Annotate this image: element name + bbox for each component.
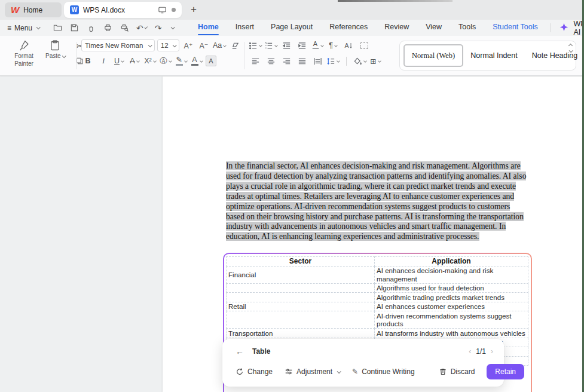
ribbon-tab-student-tools[interactable]: Student Tools [484, 20, 546, 36]
window-tab-bar: W Home W WPS AI.docx + [0, 0, 584, 20]
sector-cell[interactable] [227, 283, 375, 293]
enclose-characters-button[interactable]: Ⓐ [159, 55, 172, 67]
toolbar-more-chevron-icon[interactable] [171, 25, 175, 29]
character-shading-button[interactable]: A [206, 56, 216, 66]
export-pdf-icon[interactable] [86, 23, 96, 33]
styles-scroll-up-icon[interactable] [568, 44, 573, 48]
ribbon-tab-page-layout[interactable]: Page Layout [262, 20, 321, 36]
application-cell[interactable]: AI enhances customer experiences [375, 302, 528, 311]
distribute-icon[interactable] [311, 55, 324, 67]
font-size-select[interactable]: 12 [157, 39, 179, 51]
ribbon-tab-home[interactable]: Home [189, 20, 227, 36]
unsaved-dot-icon[interactable] [172, 8, 176, 12]
back-arrow-icon[interactable]: ← [236, 347, 244, 356]
sector-header[interactable]: Sector [227, 257, 375, 267]
bullet-list-button[interactable] [249, 39, 262, 51]
new-tab-button[interactable]: + [188, 4, 200, 16]
chevron-down-icon[interactable] [144, 26, 148, 29]
line-spacing-button[interactable] [326, 55, 340, 67]
continue-writing-button[interactable]: ✎ Continue Writing [352, 368, 415, 376]
document-tab[interactable]: W WPS AI.docx [64, 2, 182, 18]
chevron-down-icon [62, 54, 66, 58]
style-item[interactable]: Normal Indent [463, 51, 525, 60]
styles-gallery: Normal (Web)Normal IndentNote Heading [399, 41, 576, 71]
increase-indent-icon[interactable] [295, 39, 308, 51]
menu-button[interactable]: ≡ Menu [0, 24, 44, 32]
superscript-button[interactable]: X² [143, 55, 157, 67]
chevron-down-icon [184, 59, 188, 63]
sector-cell[interactable] [227, 293, 375, 302]
sort-icon[interactable]: A [342, 39, 355, 51]
application-cell[interactable]: AI enhances decision-making and risk man… [375, 266, 528, 283]
numbered-list-button[interactable] [264, 39, 277, 51]
italic-button[interactable]: I [97, 55, 110, 67]
save-icon[interactable] [69, 23, 80, 33]
redo-icon[interactable]: ↷ [153, 23, 163, 33]
paragraph-mark-button[interactable]: ¶ [326, 39, 340, 51]
borders-button[interactable]: ⊞ [369, 55, 382, 67]
application-header[interactable]: Application [375, 257, 528, 267]
panel-title: Table [252, 347, 270, 356]
home-tab[interactable]: W Home [5, 2, 62, 17]
ribbon-tab-tools[interactable]: Tools [450, 20, 484, 36]
application-cell[interactable]: Algorithmic trading predicts market tren… [375, 293, 528, 302]
print-icon[interactable] [103, 23, 113, 33]
grow-font-button[interactable]: A⁺ [182, 39, 195, 51]
align-left-icon[interactable] [249, 55, 262, 67]
style-item[interactable]: Note Heading [525, 51, 584, 60]
text-tool-icon[interactable] [357, 39, 371, 51]
style-item[interactable]: Normal (Web) [403, 44, 463, 67]
sector-cell[interactable]: Retail [227, 302, 375, 311]
chevron-down-icon [259, 44, 262, 47]
pager-next-icon[interactable]: › [491, 347, 493, 356]
ribbon-tab-review[interactable]: Review [376, 20, 417, 36]
font-family-select[interactable]: Times New Roman [81, 39, 155, 51]
chevron-down-icon [337, 369, 341, 373]
pager-prev-icon[interactable]: ‹ [469, 347, 471, 356]
chevron-down-icon [173, 43, 177, 47]
chevron-down-icon [121, 59, 124, 63]
wps-writer-window: W Home W WPS AI.docx + ≡ Menu ↶ ↷ Hom [0, 0, 584, 392]
shrink-font-button[interactable]: A⁻ [197, 39, 210, 51]
monitor-icon[interactable] [157, 5, 167, 15]
application-cell[interactable]: AI transforms industry with autonomous v… [375, 329, 528, 338]
justify-icon[interactable] [295, 55, 308, 67]
change-case-button[interactable]: Aa [213, 39, 226, 51]
text-direction-button[interactable]: A [311, 39, 324, 51]
sector-cell[interactable] [227, 311, 375, 329]
highlight-color-button[interactable]: ✎ [175, 55, 188, 67]
print-preview-icon[interactable] [120, 23, 130, 33]
change-button[interactable]: Change [236, 368, 273, 376]
retain-button[interactable]: Retain [487, 364, 524, 379]
styles-gallery-arrows [569, 44, 572, 58]
bold-button[interactable]: B [81, 55, 94, 67]
shading-button[interactable] [353, 55, 366, 67]
ribbon-tab-view[interactable]: View [417, 20, 450, 36]
align-right-icon[interactable] [280, 55, 293, 67]
application-cell[interactable]: Algorithms used for fraud detection [375, 283, 528, 293]
document-paragraph[interactable]: In the financial sector, AI enhances dec… [226, 161, 529, 242]
sector-cell[interactable]: Financial [227, 266, 375, 283]
open-icon[interactable] [53, 23, 63, 33]
paste-button[interactable]: Paste [41, 39, 69, 60]
application-cell[interactable]: AI-driven recommendation systems suggest… [375, 311, 528, 329]
underline-button[interactable]: U [112, 55, 126, 67]
clipboard-group: Format Painter Paste ✂ [8, 39, 85, 68]
selected-text[interactable]: In the financial sector, AI enhances dec… [226, 161, 526, 241]
chevron-down-icon [200, 59, 203, 63]
ribbon-tab-references[interactable]: References [321, 20, 376, 36]
font-color-button[interactable]: A [190, 55, 203, 67]
refresh-icon [236, 368, 244, 376]
adjustment-button[interactable]: Adjustment [285, 368, 340, 376]
ribbon-tab-insert[interactable]: Insert [227, 20, 262, 36]
sector-cell[interactable]: Transportation [227, 329, 375, 338]
decrease-indent-icon[interactable] [280, 39, 293, 51]
chevron-down-icon [148, 43, 152, 47]
highlighter-icon: ✎ [176, 56, 182, 64]
strikethrough-button[interactable]: A [128, 55, 141, 67]
align-center-icon[interactable] [264, 55, 277, 67]
clear-format-icon[interactable] [228, 39, 241, 51]
discard-button[interactable]: Discard [439, 368, 475, 376]
format-painter-button[interactable]: Format Painter [8, 39, 39, 68]
undo-icon[interactable]: ↶ [136, 23, 146, 33]
